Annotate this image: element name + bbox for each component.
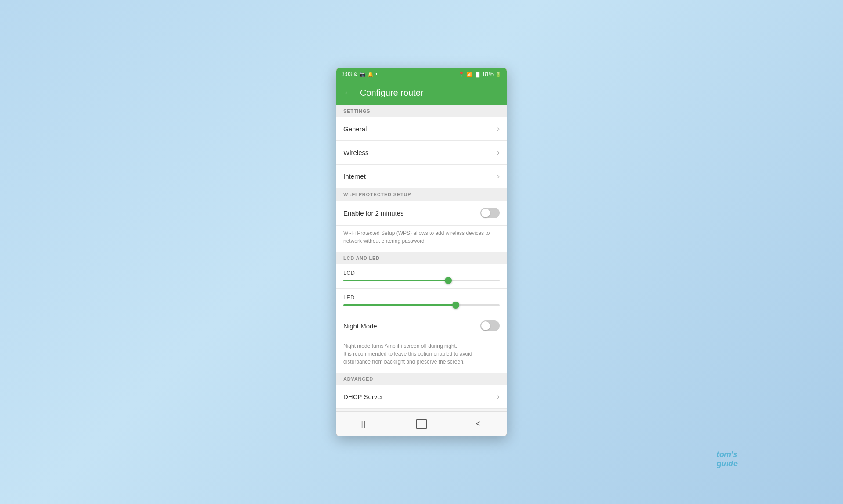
lcd-slider-section: LCD (336, 264, 507, 289)
location-icon: 📍 (458, 72, 465, 77)
dhcp-chevron-icon: › (497, 392, 500, 401)
internet-chevron-icon: › (497, 172, 500, 181)
night-mode-toggle[interactable] (480, 320, 500, 331)
settings-content: SETTINGS General › Wireless › Internet ›… (336, 105, 507, 411)
status-time: 3:03 (342, 71, 352, 77)
back-nav-icon: < (476, 419, 481, 428)
back-button[interactable]: ← (343, 87, 353, 98)
advanced-section-header: ADVANCED (336, 373, 507, 385)
wps-toggle[interactable] (480, 208, 500, 218)
lcd-slider-fill (343, 280, 448, 281)
led-slider-thumb (452, 302, 459, 309)
recent-apps-button[interactable]: ||| (356, 415, 374, 433)
page-title: Configure router (360, 88, 424, 98)
wireless-label: Wireless (343, 149, 369, 156)
dhcp-server-label: DHCP Server (343, 393, 383, 400)
night-mode-label: Night Mode (343, 322, 377, 330)
wps-description: Wi-Fi Protected Setup (WPS) allows to ad… (336, 226, 507, 252)
settings-section-header: SETTINGS (336, 105, 507, 117)
battery-percent: 81% (483, 71, 494, 77)
general-item[interactable]: General › (336, 117, 507, 141)
bottom-nav: ||| < (336, 411, 507, 436)
home-button[interactable] (413, 415, 430, 433)
home-icon (416, 419, 427, 429)
wifi-icon: 📶 (466, 72, 472, 77)
lcd-slider-thumb (445, 277, 452, 284)
night-mode-toggle-row: Night Mode (336, 313, 507, 338)
recent-apps-icon: ||| (361, 419, 368, 428)
led-label: LED (343, 294, 500, 301)
wps-toggle-label: Enable for 2 minutes (343, 209, 404, 217)
wps-section: Enable for 2 minutes Wi-Fi Protected Set… (336, 201, 507, 252)
dhcp-server-item[interactable]: DHCP Server › (336, 385, 507, 409)
watermark: tom's guide (717, 450, 738, 469)
general-chevron-icon: › (497, 124, 500, 133)
app-bar: ← Configure router (336, 80, 507, 105)
led-slider-section: LED (336, 289, 507, 313)
dot-icon: • (375, 71, 377, 77)
battery-icon: 🔋 (495, 72, 501, 77)
phone-frame: 3:03 ⚙ 📷 🔔 • 📍 📶 ▐▌ 81% 🔋 ← Configure ro… (336, 68, 507, 436)
watermark-line2: guide (717, 459, 738, 469)
internet-label: Internet (343, 173, 366, 180)
night-mode-description: Night mode turns AmpliFi screen off duri… (336, 338, 507, 373)
general-label: General (343, 125, 367, 133)
wireless-item[interactable]: Wireless › (336, 141, 507, 165)
watermark-line1: tom's (717, 450, 738, 460)
lcd-led-section-header: LCD AND LED (336, 252, 507, 264)
wireless-chevron-icon: › (497, 148, 500, 157)
led-slider-fill (343, 304, 456, 306)
wps-section-header: WI-FI PROTECTED SETUP (336, 188, 507, 201)
led-slider-track[interactable] (343, 304, 500, 306)
wps-toggle-row: Enable for 2 minutes (336, 201, 507, 226)
status-left: 3:03 ⚙ 📷 🔔 • (342, 71, 378, 77)
status-bar: 3:03 ⚙ 📷 🔔 • 📍 📶 ▐▌ 81% 🔋 (336, 68, 507, 80)
internet-item[interactable]: Internet › (336, 165, 507, 188)
signal-icon: ▐▌ (474, 72, 481, 77)
notification-icon: 🔔 (367, 72, 374, 77)
camera-icon: 📷 (360, 72, 366, 77)
settings-icon: ⚙ (353, 72, 358, 77)
lcd-slider-track[interactable] (343, 280, 500, 281)
lcd-label: LCD (343, 270, 500, 276)
status-right: 📍 📶 ▐▌ 81% 🔋 (458, 71, 501, 77)
back-nav-button[interactable]: < (469, 415, 487, 433)
